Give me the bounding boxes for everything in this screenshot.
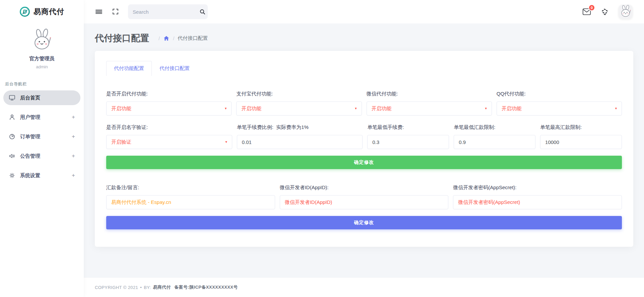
select-value: 开启验证 [111,139,131,145]
enable-payout-select[interactable]: 开启功能 ▼ [106,101,232,116]
caret-down-icon: ▼ [615,107,618,110]
search-icon[interactable] [199,9,205,15]
footer-brand: 易商代付 [153,284,171,290]
brand-logo-icon: D [19,6,30,17]
remit-memo-input[interactable] [106,195,275,209]
home-icon[interactable] [163,35,170,42]
form-row-fees: 是否开启名字验证: 开启验证 ▼ 单笔手续费比例: 实际费率为1% 单笔最低手续… [106,124,622,149]
user-role: admin [0,64,84,69]
qq-payout-select[interactable]: 开启功能 ▼ [497,101,622,116]
apps-icon[interactable] [600,7,609,16]
field-min-fee: 单笔最低手续费: [367,124,449,149]
field-label: 单笔手续费比例: 实际费率为1% [237,124,363,131]
tab-function-config[interactable]: 代付功能配置 [106,61,152,76]
field-label: 是否开启名字验证: [106,124,232,131]
field-qq-payout: QQ代付功能: 开启功能 ▼ [497,91,622,116]
sidebar-item-settings[interactable]: 系统设置 + [3,168,80,183]
field-label: 微信代付功能: [367,91,492,97]
select-value: 开启功能 [502,105,522,112]
caret-down-icon: ▼ [224,107,227,110]
select-value: 开启功能 [372,105,392,112]
field-enable-payout: 是否开启代付功能: 开启功能 ▼ [106,91,232,116]
sidebar-item-label: 后台首页 [20,95,40,101]
search-input[interactable] [133,9,199,15]
field-min-remit: 单笔最低汇款限制: [454,124,535,149]
profile-avatar[interactable] [619,5,633,19]
menu-toggle-icon[interactable] [95,8,103,15]
field-fee-rate: 单笔手续费比例: 实际费率为1% [237,124,363,149]
field-wechat-appid: 微信开发者ID(AppID): [280,184,449,209]
field-name-verify: 是否开启名字验证: 开启验证 ▼ [106,124,232,149]
brand[interactable]: D 易商代付 [0,0,84,23]
message-count-badge: 0 [588,4,595,11]
topbar: 0 [84,0,644,23]
name-verify-select[interactable]: 开启验证 ▼ [106,135,232,149]
sidebar-item-label: 公告管理 [20,153,40,159]
sidebar-item-label: 订单管理 [20,134,40,140]
field-label: 微信开发者密码(AppSecret): [453,184,622,191]
config-card: 代付功能配置 代付接口配置 是否开启代付功能: 开启功能 ▼ 支付宝代付功能: … [95,51,633,247]
gear-icon [9,172,15,179]
user-icon [9,114,15,121]
tab-interface-config[interactable]: 代付接口配置 [152,61,197,76]
field-label: 单笔最低手续费: [367,124,449,131]
field-remit-memo: 汇款备注/留言: [106,184,275,209]
footer-copyright: COPYRIGHT © 2021 [95,285,138,290]
user-name: 官方管理员 [0,56,84,62]
sidebar-item-dashboard[interactable]: 后台首页 [3,90,80,105]
fullscreen-icon[interactable] [112,8,119,15]
caret-down-icon: ▼ [225,140,228,144]
footer-by-label: BY: [144,285,151,290]
field-wechat-payout: 微信代付功能: 开启功能 ▼ [367,91,492,116]
wechat-appid-input[interactable] [280,195,449,209]
field-alipay-payout: 支付宝代付功能: 开启功能 ▼ [236,91,362,116]
user-avatar[interactable] [29,28,54,53]
tab-bar: 代付功能配置 代付接口配置 [106,61,622,76]
caret-down-icon: ▼ [485,107,488,110]
brand-name: 易商代付 [34,7,64,17]
field-wechat-appsecret: 微信开发者密码(AppSecret): [453,184,622,209]
sidebar-item-users[interactable]: 用户管理 + [3,110,80,125]
page-title: 代付接口配置 [95,32,149,44]
sidebar-item-label: 系统设置 [20,172,40,179]
main-content: 代付接口配置 / / 代付接口配置 代付功能配置 代付接口配置 是否开启代付功能… [84,23,644,277]
search-box [128,4,208,19]
monitor-icon [9,94,15,101]
breadcrumb-separator: / [158,35,160,41]
footer-bullet: • [140,285,142,290]
field-label: 单笔最高汇款限制: [540,124,622,131]
field-max-remit: 单笔最高汇款限制: [540,124,622,149]
wechat-appsecret-input[interactable] [453,195,622,209]
wechat-payout-select[interactable]: 开启功能 ▼ [367,101,492,116]
alipay-payout-select[interactable]: 开启功能 ▼ [236,101,362,116]
sidebar-item-orders[interactable]: 订单管理 + [3,129,80,144]
confirm-function-button[interactable]: 确定修改 [106,156,622,169]
form-row-wechat: 汇款备注/留言: 微信开发者ID(AppID): 微信开发者密码(AppSecr… [106,184,622,209]
select-value: 开启功能 [111,105,131,112]
caret-down-icon: ▼ [355,107,358,110]
min-fee-input[interactable] [367,135,449,149]
field-label: 单笔最低汇款限制: [454,124,535,131]
footer: COPYRIGHT © 2021 • BY: 易商代付 备案号: 陕ICP备XX… [84,277,644,297]
speaker-icon [9,153,15,159]
plus-icon: + [72,172,75,179]
sidebar-item-label: 用户管理 [20,114,40,121]
plus-icon: + [72,133,75,140]
fee-rate-input[interactable] [237,135,363,149]
sidebar: D 易商代付 官方管理员 admin 后台导航栏 后台首页 用户管理 + [0,0,84,297]
field-label: 微信开发者ID(AppID): [280,184,449,191]
breadcrumb-current[interactable]: 代付接口配置 [178,35,208,42]
messages-button[interactable]: 0 [582,8,591,16]
sidebar-item-announcements[interactable]: 公告管理 + [3,149,80,163]
confirm-wechat-button[interactable]: 确定修改 [106,216,622,229]
page-header: 代付接口配置 / / 代付接口配置 [95,32,633,44]
plus-icon: + [72,153,75,159]
field-label: 汇款备注/留言: [106,184,275,191]
footer-icp-label: 备案号: [174,284,189,290]
field-label: QQ代付功能: [497,91,622,97]
select-value: 开启功能 [241,105,261,112]
max-remit-input[interactable] [540,135,622,149]
breadcrumb-separator: / [173,35,174,41]
sidebar-section-label: 后台导航栏 [5,81,84,87]
min-remit-input[interactable] [454,135,535,149]
